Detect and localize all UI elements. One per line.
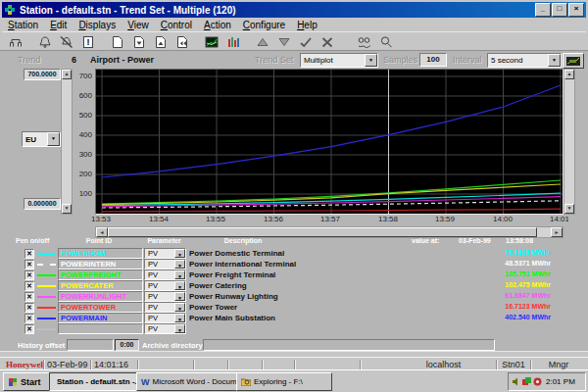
zoom-find-button[interactable] [375, 33, 397, 50]
task-word[interactable]: W Microsoft Word - Document5 [136, 372, 242, 391]
pen-line-sample [37, 253, 56, 255]
axis-min-field[interactable]: 0.000000 [24, 198, 61, 210]
menu-configure[interactable]: Configure [237, 19, 291, 31]
parameter-select[interactable]: PV▼ [144, 323, 186, 334]
page-down-button[interactable] [128, 33, 150, 50]
menu-help[interactable]: Help [291, 19, 323, 31]
minimize-button[interactable]: _ [535, 3, 551, 17]
scroll-left-icon[interactable]: ◄ [96, 227, 108, 237]
chevron-down-icon[interactable]: ▼ [174, 303, 185, 312]
parameter-select[interactable]: PV▼ [144, 280, 186, 291]
samples-field[interactable]: 100 [419, 53, 447, 67]
associated-page-button[interactable] [107, 33, 128, 50]
pen-checkbox[interactable]: ✕ [24, 260, 34, 270]
parameter-select[interactable]: PV▼ [144, 270, 186, 280]
pen-line-sample [37, 285, 56, 287]
station-connect-button[interactable] [5, 33, 26, 50]
history-offset-input[interactable] [67, 339, 114, 351]
pen-row: ✕ POWERFREIGHT PV▼ Power Freight Termina… [0, 270, 588, 280]
accept-button[interactable] [295, 33, 317, 50]
chevron-down-icon[interactable]: ▼ [174, 324, 185, 333]
chevron-down-icon[interactable]: ▼ [174, 314, 185, 322]
pen-checkbox[interactable]: ✕ [24, 314, 34, 323]
maximize-button[interactable]: □ [552, 3, 567, 17]
scroll-down-icon[interactable]: ▼ [564, 204, 574, 214]
task-station[interactable]: Station - default.stn -... [49, 372, 142, 391]
lower-button[interactable] [273, 33, 295, 50]
close-button[interactable]: × [568, 3, 584, 17]
scroll-right-icon[interactable]: ► [551, 227, 563, 237]
pen-line-sample [37, 274, 56, 276]
chevron-down-icon[interactable]: ▼ [47, 132, 60, 146]
samples-label: Samples [383, 55, 417, 65]
alarm-disable-button[interactable] [56, 33, 77, 50]
parameter-select[interactable]: PV▼ [144, 302, 186, 313]
parameter-select[interactable]: PV▼ [144, 259, 186, 270]
tray-alarm-icon[interactable] [533, 377, 542, 386]
menu-view[interactable]: View [122, 19, 155, 31]
chevron-down-icon[interactable]: ▼ [174, 292, 185, 301]
x-tick: 13:53 [90, 215, 116, 223]
chevron-down-icon[interactable]: ▼ [174, 270, 185, 279]
raise-icon [255, 35, 270, 49]
task-exploring[interactable]: Exploring - F:\ [236, 372, 332, 391]
start-button[interactable]: Start [3, 372, 50, 391]
raise-button[interactable] [252, 33, 273, 50]
page-back-button[interactable] [172, 33, 193, 50]
pen-checkbox[interactable]: ✕ [24, 281, 34, 291]
trend-display-button[interactable] [201, 33, 222, 50]
point-id-field[interactable]: POWERRUNLIGHT [58, 291, 143, 302]
parameter-select[interactable]: PV▼ [144, 313, 186, 323]
menu-displays[interactable]: Displays [73, 19, 122, 31]
zoom-find-icon [378, 35, 394, 49]
trend-title: Airport - Power [90, 55, 154, 65]
pen-checkbox[interactable]: ✕ [24, 270, 34, 280]
interval-select[interactable]: 5 second ▼ [487, 53, 562, 68]
pen-checkbox[interactable]: ✕ [24, 249, 34, 259]
history-review-button[interactable] [354, 33, 375, 50]
page-up-button[interactable] [150, 33, 172, 50]
mini-trend-icon [566, 57, 580, 66]
trend-number[interactable]: 6 [72, 55, 76, 65]
alarm-message-button[interactable]: ! [77, 33, 99, 50]
point-id-field[interactable]: POWERINTERN [58, 259, 143, 270]
check-icon: ✕ [26, 315, 32, 321]
axis-unit-select[interactable]: EU ▼ [22, 131, 61, 147]
pen-checkbox[interactable]: ✕ [24, 303, 34, 313]
point-id-field[interactable]: POWERFREIGHT [58, 270, 143, 280]
axis-max-field[interactable]: 700.0000 [24, 69, 61, 80]
point-id-field[interactable]: POWERDOM [58, 248, 143, 259]
chevron-down-icon[interactable]: ▼ [365, 54, 377, 67]
tray-status-icon[interactable] [522, 377, 531, 386]
chevron-down-icon[interactable]: ▼ [548, 54, 561, 67]
point-id-field[interactable]: POWERCATER [58, 280, 143, 291]
plot-vertical-scrollbar[interactable]: ▲ ▼ [564, 69, 575, 215]
alarm-button[interactable] [34, 33, 56, 50]
pen-checkbox[interactable]: ✕ [24, 324, 34, 334]
chevron-down-icon[interactable]: ▼ [174, 249, 185, 258]
menu-edit[interactable]: Edit [44, 19, 73, 31]
archive-directory-input[interactable] [203, 339, 495, 351]
volume-icon[interactable] [512, 377, 520, 386]
menu-station[interactable]: Station [2, 19, 44, 31]
trend-plot[interactable] [95, 69, 564, 215]
point-id-field[interactable] [58, 323, 143, 334]
cancel-button[interactable] [317, 33, 338, 50]
parameter-select[interactable]: PV▼ [144, 291, 186, 302]
trend-config-button[interactable] [563, 53, 584, 69]
trend-set-select[interactable]: Multiplot ▼ [300, 53, 378, 68]
chevron-down-icon[interactable]: ▼ [174, 260, 185, 269]
scrollbar-thumb[interactable] [108, 227, 537, 237]
col-pen-onoff: Pen on/off [16, 237, 49, 244]
point-id-field[interactable]: POWERTOWER [58, 302, 143, 313]
chevron-down-icon[interactable]: ▼ [174, 281, 185, 290]
scroll-up-icon[interactable]: ▲ [564, 70, 574, 79]
menu-control[interactable]: Control [155, 19, 198, 31]
cancel-icon [319, 35, 335, 49]
pen-checkbox[interactable]: ✕ [24, 292, 34, 302]
parameter-select[interactable]: PV▼ [144, 248, 186, 259]
menu-action[interactable]: Action [198, 19, 237, 31]
pen-line-sample [37, 296, 56, 298]
point-id-field[interactable]: POWERMAIN [58, 313, 143, 323]
group-display-button[interactable] [222, 33, 244, 50]
